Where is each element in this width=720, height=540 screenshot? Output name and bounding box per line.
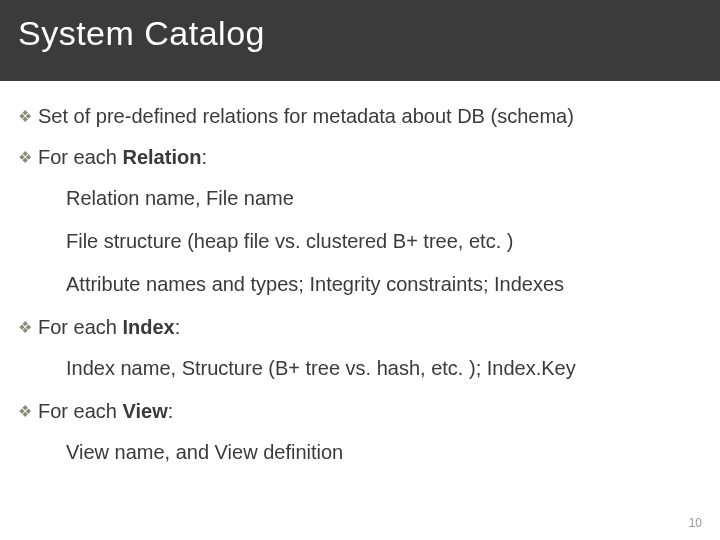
diamond-bullet-icon: ❖ bbox=[18, 401, 32, 423]
bullet-prefix: For each bbox=[38, 146, 122, 168]
bullet-bold: Index bbox=[122, 316, 174, 338]
bullet-item: ❖ Set of pre-defined relations for metad… bbox=[18, 103, 702, 130]
bullet-prefix: For each bbox=[38, 400, 122, 422]
sub-bullet-text: File structure (heap file vs. clustered … bbox=[66, 228, 702, 255]
page-number: 10 bbox=[689, 516, 702, 530]
bullet-item: ❖ For each View: bbox=[18, 398, 702, 425]
sub-bullet-text: Attribute names and types; Integrity con… bbox=[66, 271, 702, 298]
slide-content: ❖ Set of pre-defined relations for metad… bbox=[0, 81, 720, 466]
bullet-prefix: For each bbox=[38, 316, 122, 338]
sub-bullet-text: Index name, Structure (B+ tree vs. hash,… bbox=[66, 355, 702, 382]
bullet-suffix: : bbox=[201, 146, 207, 168]
bullet-text: For each View: bbox=[38, 398, 702, 425]
diamond-bullet-icon: ❖ bbox=[18, 317, 32, 339]
bullet-text: For each Relation: bbox=[38, 144, 702, 171]
slide-header: System Catalog bbox=[0, 0, 720, 81]
bullet-suffix: : bbox=[168, 400, 174, 422]
bullet-item: ❖ For each Index: bbox=[18, 314, 702, 341]
diamond-bullet-icon: ❖ bbox=[18, 147, 32, 169]
bullet-text: For each Index: bbox=[38, 314, 702, 341]
sub-bullet-text: View name, and View definition bbox=[66, 439, 702, 466]
bullet-item: ❖ For each Relation: bbox=[18, 144, 702, 171]
bullet-text: Set of pre-defined relations for metadat… bbox=[38, 103, 702, 130]
bullet-bold: View bbox=[122, 400, 167, 422]
bullet-bold: Relation bbox=[122, 146, 201, 168]
diamond-bullet-icon: ❖ bbox=[18, 106, 32, 128]
sub-bullet-text: Relation name, File name bbox=[66, 185, 702, 212]
slide-title: System Catalog bbox=[18, 14, 702, 53]
bullet-suffix: : bbox=[175, 316, 181, 338]
